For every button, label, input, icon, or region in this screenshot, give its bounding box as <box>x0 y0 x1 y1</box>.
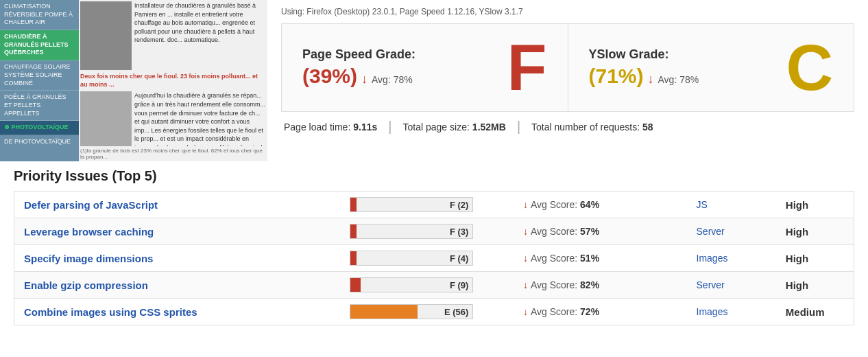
thumbnail-2 <box>80 91 132 146</box>
issue-type-cell: Server <box>690 218 776 245</box>
avg-text: Avg Score: <box>531 279 580 290</box>
bar-fill <box>350 305 418 319</box>
thumbnail-1 <box>80 1 132 70</box>
requests-label: Total number of requests: <box>531 122 640 133</box>
nav-item-poele[interactable]: POÊLE À GRANULÉS ET PELLETS APPELLETS <box>0 91 79 121</box>
issue-avg-cell: ↓Avg Score: 72% <box>516 299 690 325</box>
issue-priority-cell: High <box>776 272 854 299</box>
pagespeed-letter: F <box>507 35 546 100</box>
nav-item-chaudiere[interactable]: CHAUDIÈRE À GRANULÉS PELLETS QUÉBRCHES <box>0 30 79 60</box>
issue-avg-cell: ↓Avg Score: 57% <box>516 218 690 245</box>
issue-bar-cell: E (56) <box>343 299 516 325</box>
bar-fill <box>350 251 357 265</box>
issue-avg-cell: ↓Avg Score: 82% <box>516 272 690 299</box>
issue-avg-cell: ↓Avg Score: 64% <box>516 192 690 218</box>
avg-pct: 64% <box>580 199 599 210</box>
nav-item-climatisation[interactable]: CLIMATISATION RÉVERSIBLE POMPE À CHALEUR… <box>0 0 79 30</box>
load-time-label: Page load time: <box>284 122 350 133</box>
load-time-value: 9.11s <box>353 122 377 133</box>
issue-name[interactable]: Enable gzip compression <box>14 272 343 299</box>
avg-pct: 82% <box>580 279 599 290</box>
avg-arrow: ↓ <box>523 279 528 290</box>
issue-name[interactable]: Specify image dimensions <box>14 245 343 272</box>
browser-info: Using: Firefox (Desktop) 23.0.1, Page Sp… <box>281 7 854 16</box>
pagespeed-grade-section: Page Speed Grade: (39%) ↓ Avg: 78% F <box>282 24 568 111</box>
issue-avg-cell: ↓Avg Score: 51% <box>516 245 690 272</box>
content-text-2: Aujourd'hui la chaudière à granulés se r… <box>134 91 266 146</box>
issue-bar-cell: F (2) <box>343 192 516 218</box>
bar-fill <box>350 278 360 292</box>
issue-type-cell: Images <box>690 245 776 272</box>
content-highlight: Deux fois moins cher que le fioul. 23 fo… <box>80 73 266 89</box>
issue-priority-cell: High <box>776 192 854 218</box>
main-panel: Using: Firefox (Desktop) 23.0.1, Page Sp… <box>267 0 868 161</box>
avg-pct: 51% <box>580 253 599 264</box>
yslow-avg: Avg: 78% <box>658 74 699 85</box>
sep-2: | <box>517 119 520 135</box>
avg-text: Avg Score: <box>531 226 580 237</box>
bar-label: E (56) <box>444 307 468 317</box>
priority-section: Priority Issues (Top 5) Defer parsing of… <box>0 161 868 332</box>
yslow-score: (71%) <box>589 65 644 88</box>
stats-row: Page load time: 9.11s | Total page size:… <box>281 119 854 135</box>
issue-bar-cell: F (4) <box>343 245 516 272</box>
issue-priority-cell: Medium <box>776 299 854 325</box>
issue-bar-cell: F (3) <box>343 218 516 245</box>
content-text-1: Installateur de chaudières à granulés ba… <box>134 1 266 70</box>
issue-name[interactable]: Defer parsing of JavaScript <box>14 192 343 218</box>
issues-table: Defer parsing of JavaScriptF (2)↓Avg Sco… <box>14 191 854 325</box>
pagespeed-avg: Avg: 78% <box>372 74 413 85</box>
issue-type-cell: Images <box>690 299 776 325</box>
pagespeed-arrow: ↓ <box>361 72 367 87</box>
footnote: (1)la granule de bois est 23% moins cher… <box>80 148 266 160</box>
issue-type-cell: JS <box>690 192 776 218</box>
priority-title: Priority Issues (Top 5) <box>14 168 854 184</box>
avg-text: Avg Score: <box>531 253 580 264</box>
avg-text: Avg Score: <box>531 199 580 210</box>
yslow-letter: C <box>786 35 833 100</box>
page-size-label: Total page size: <box>403 122 470 133</box>
issue-name[interactable]: Combine images using CSS sprites <box>14 299 343 325</box>
avg-pct: 57% <box>580 226 599 237</box>
bar-fill <box>350 198 357 211</box>
bar-label: F (3) <box>450 227 468 237</box>
yslow-title: YSlow Grade: <box>589 47 773 62</box>
sep-1: | <box>388 119 391 135</box>
avg-arrow: ↓ <box>523 253 528 264</box>
table-row: Specify image dimensionsF (4)↓Avg Score:… <box>14 245 854 272</box>
bar-label: F (9) <box>450 280 468 290</box>
nav-item-chauffage-solaire[interactable]: CHAUFFAGE SOLAIRE SYSTÈME SOLAIRE COMBIN… <box>0 60 79 91</box>
avg-arrow: ↓ <box>523 306 528 317</box>
avg-arrow: ↓ <box>523 226 528 237</box>
issue-bar-cell: F (9) <box>343 272 516 299</box>
issue-type-cell: Server <box>690 272 776 299</box>
pagespeed-title: Page Speed Grade: <box>302 47 493 62</box>
nav-item-photovoltaique[interactable]: ⊕ PHOTOVOLTAÏQUE <box>0 121 79 135</box>
grades-box: Page Speed Grade: (39%) ↓ Avg: 78% F YSl… <box>281 23 854 112</box>
table-row: Leverage browser cachingF (3)↓Avg Score:… <box>14 218 854 245</box>
avg-pct: 72% <box>580 306 599 317</box>
issue-priority-cell: High <box>776 245 854 272</box>
avg-arrow: ↓ <box>523 199 528 210</box>
pagespeed-score: (39%) <box>302 65 357 88</box>
bar-fill <box>350 224 357 238</box>
left-sidebar: CLIMATISATION RÉVERSIBLE POMPE À CHALEUR… <box>0 0 267 161</box>
issue-priority-cell: High <box>776 218 854 245</box>
avg-text: Avg Score: <box>531 306 580 317</box>
bar-label: F (4) <box>450 253 468 264</box>
issue-name[interactable]: Leverage browser caching <box>14 218 343 245</box>
nav-item-de-photovoltaique[interactable]: DE PHOTOVOLTAÏQUE <box>0 135 79 149</box>
bar-label: F (2) <box>450 200 468 210</box>
yslow-arrow: ↓ <box>648 72 654 87</box>
table-row: Defer parsing of JavaScriptF (2)↓Avg Sco… <box>14 192 854 218</box>
page-size-value: 1.52MB <box>472 122 506 133</box>
table-row: Enable gzip compressionF (9)↓Avg Score: … <box>14 272 854 299</box>
requests-value: 58 <box>642 122 653 133</box>
table-row: Combine images using CSS spritesE (56)↓A… <box>14 299 854 325</box>
yslow-grade-section: YSlow Grade: (71%) ↓ Avg: 78% C <box>568 24 854 111</box>
